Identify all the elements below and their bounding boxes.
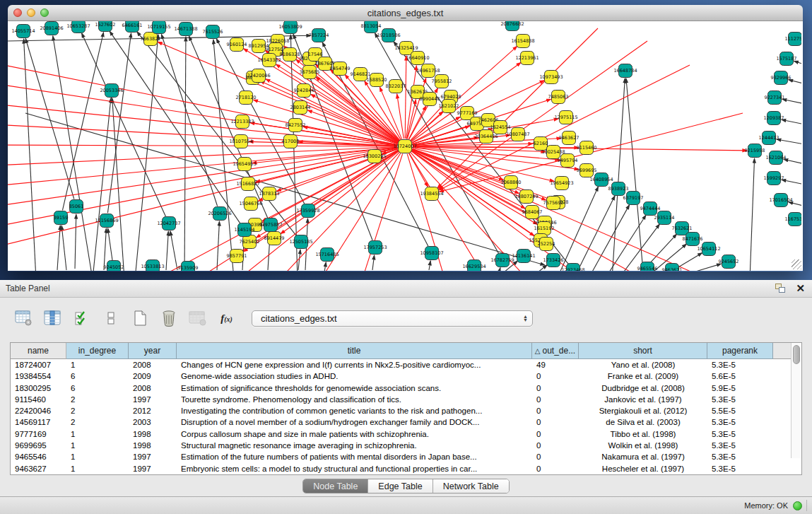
- graph-node[interactable]: 11156869: [95, 214, 118, 228]
- table-row[interactable]: 2242004622012Investigating the contribut…: [11, 405, 801, 416]
- graph-node[interactable]: 39159: [54, 211, 69, 225]
- graph-node[interactable]: 12042737: [157, 217, 180, 230]
- graph-node[interactable]: 20053346: [100, 84, 123, 98]
- table-row[interactable]: 1938455462009Genome-wide association stu…: [11, 370, 801, 382]
- graph-node[interactable]: 1599297: [764, 172, 784, 185]
- graph-node[interactable]: 9463621: [662, 264, 683, 271]
- table-settings-icon[interactable]: [14, 310, 33, 327]
- graph-node[interactable]: 9463627: [559, 132, 579, 145]
- graph-node[interactable]: 9245652: [719, 255, 739, 269]
- show-columns-icon[interactable]: [43, 310, 62, 327]
- graph-node[interactable]: 20891406: [40, 22, 63, 35]
- graph-node[interactable]: 8813054: [361, 21, 382, 33]
- graph-node[interactable]: 16053809: [278, 21, 302, 34]
- column-header-year[interactable]: year: [129, 343, 177, 359]
- tab-network-table[interactable]: Network Table: [433, 479, 509, 493]
- tab-node-table[interactable]: Node Table: [303, 479, 368, 493]
- window-titlebar[interactable]: citations_edges.txt: [8, 5, 803, 21]
- graph-node[interactable]: 18807249: [514, 190, 538, 204]
- graph-node[interactable]: 15166827: [236, 177, 259, 191]
- graph-node[interactable]: 14136141: [512, 250, 535, 263]
- graph-node[interactable]: 8322037: [386, 80, 406, 93]
- table-row[interactable]: 1456911722003Disruption of a novel membe…: [11, 416, 801, 428]
- close-panel-icon[interactable]: ✕: [796, 284, 805, 293]
- table-scrollbar-thumb[interactable]: [793, 345, 800, 364]
- graph-node[interactable]: 12923468: [561, 264, 584, 271]
- graph-node[interactable]: 17016504: [769, 194, 792, 207]
- column-header-out_de[interactable]: △out_de...: [532, 343, 579, 359]
- graph-node[interactable]: 1733426: [543, 254, 564, 267]
- graph-node[interactable]: 10653287: [66, 21, 90, 33]
- row-height-icon[interactable]: [101, 310, 120, 327]
- graph-node[interactable]: 1112753: [785, 33, 801, 46]
- graph-node[interactable]: 12213961: [515, 52, 539, 65]
- graph-node[interactable]: 417008: [282, 135, 300, 148]
- new-column-icon[interactable]: [130, 310, 149, 327]
- graph-node[interactable]: 9329966: [771, 71, 792, 85]
- graph-node[interactable]: 6466161: [122, 21, 143, 33]
- graph-node[interactable]: 9474444: [640, 202, 661, 216]
- graph-node[interactable]: 1621064: [766, 151, 787, 165]
- graph-node[interactable]: 17359928: [296, 204, 319, 218]
- graph-node[interactable]: 9245052: [104, 261, 124, 271]
- close-window-button[interactable]: [13, 8, 22, 17]
- table-row[interactable]: 1830029562008Estimation of significance …: [11, 382, 801, 394]
- column-header-short[interactable]: short: [579, 343, 707, 359]
- graph-node[interactable]: 9242844: [294, 84, 314, 98]
- graph-node[interactable]: 2935114: [654, 211, 675, 225]
- graph-node[interactable]: 9115460: [577, 141, 597, 155]
- table-row[interactable]: 946362711997Embryonic stem cells: a mode…: [11, 463, 801, 474]
- column-header-pagerank[interactable]: pagerank: [707, 343, 773, 359]
- graph-node[interactable]: 17957253: [363, 241, 387, 255]
- network-canvas[interactable]: 1872400718300295193845541832541916640910…: [8, 21, 803, 271]
- graph-node[interactable]: 10973493: [539, 71, 563, 84]
- graph-node[interactable]: 62160: [534, 137, 548, 151]
- graph-node[interactable]: 9699695: [577, 164, 597, 177]
- graph-node[interactable]: 93975887: [259, 218, 282, 232]
- graph-node[interactable]: 19384554: [420, 187, 443, 201]
- table-scrollbar[interactable]: [791, 343, 801, 458]
- graph-node[interactable]: 12505185: [289, 235, 312, 249]
- table-row[interactable]: 946554611997Estimation of the future num…: [11, 451, 801, 462]
- table-row[interactable]: 969969511998Structural magnetic resonanc…: [11, 440, 801, 451]
- table-selector-dropdown[interactable]: citations_edges.txt ▲▼: [252, 310, 533, 327]
- graph-node[interactable]: 3675685: [300, 66, 320, 79]
- graph-node[interactable]: 16154838: [511, 35, 534, 48]
- graph-node[interactable]: 10958107: [420, 247, 443, 260]
- graph-node[interactable]: 9465546: [637, 262, 658, 271]
- graph-node[interactable]: 14055714: [11, 25, 35, 38]
- graph-node[interactable]: 9135909: [178, 262, 199, 271]
- column-header-in_degree[interactable]: in_degree: [66, 343, 129, 359]
- graph-node[interactable]: 9227341: [765, 91, 785, 105]
- graph-node[interactable]: 8427552: [286, 119, 306, 132]
- function-builder-icon[interactable]: f(x): [217, 310, 236, 327]
- graph-node[interactable]: 8938923: [608, 182, 629, 196]
- minimize-window-button[interactable]: [27, 8, 35, 17]
- graph-node[interactable]: 1575187: [777, 52, 797, 66]
- table-row[interactable]: 911546021997Tourette syndrome. Phenomeno…: [11, 394, 801, 405]
- window-resize-grip[interactable]: [792, 259, 801, 269]
- column-header-title[interactable]: title: [177, 343, 532, 359]
- zoom-window-button[interactable]: [40, 8, 49, 17]
- float-panel-icon[interactable]: [775, 284, 786, 293]
- graph-node[interactable]: 7485063: [548, 90, 569, 104]
- graph-node[interactable]: 1244413: [759, 132, 779, 145]
- graph-node[interactable]: 10719155: [147, 21, 170, 34]
- graph-node[interactable]: 2718120: [236, 91, 257, 105]
- graph-node[interactable]: 12975115: [554, 111, 577, 124]
- table-row[interactable]: 1872400712008Changes of HCN gene express…: [11, 359, 801, 370]
- graph-node[interactable]: 14671388: [174, 23, 197, 36]
- graph-node[interactable]: 252254: [538, 238, 555, 251]
- graph-node[interactable]: 1209387: [764, 112, 784, 125]
- delete-columns-icon[interactable]: [159, 310, 178, 327]
- graph-node[interactable]: 1527602: [95, 21, 116, 32]
- graph-node[interactable]: 6379197: [623, 192, 644, 205]
- graph-node[interactable]: 19218586: [377, 29, 400, 42]
- graph-node[interactable]: 10533813: [141, 260, 164, 271]
- column-header-name[interactable]: name: [11, 343, 66, 359]
- graph-node[interactable]: 12213383: [230, 115, 254, 129]
- graph-node[interactable]: 7615526: [203, 25, 223, 39]
- graph-node[interactable]: 7955812: [432, 75, 452, 88]
- graph-node[interactable]: 15716485: [315, 248, 339, 262]
- graph-node[interactable]: 16648784: [613, 64, 637, 78]
